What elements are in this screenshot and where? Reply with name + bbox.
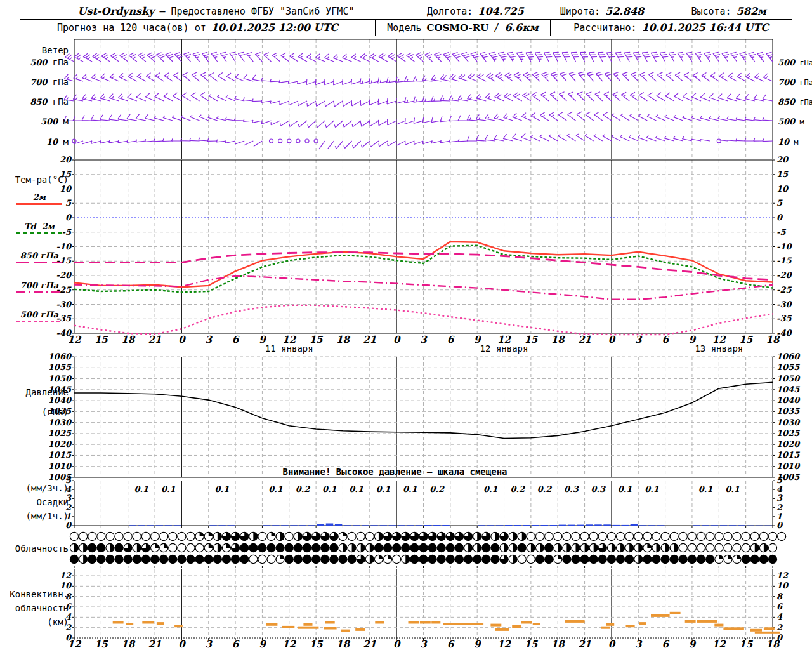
- svg-text:1045: 1045: [776, 385, 800, 394]
- svg-text:0.1: 0.1: [322, 484, 337, 494]
- precip-bar: [693, 525, 700, 526]
- precip-bar: [541, 525, 549, 526]
- svg-text:12: 12: [60, 571, 72, 580]
- svg-text:15: 15: [776, 169, 789, 179]
- svg-text:12: 12: [497, 639, 511, 650]
- convective-bar: [521, 621, 532, 624]
- svg-text:1040: 1040: [776, 395, 801, 405]
- convective-bar: [355, 628, 365, 631]
- convective-bar: [303, 623, 312, 626]
- convective-bar: [341, 630, 350, 632]
- svg-text:1055: 1055: [48, 362, 72, 372]
- precip-bar: [603, 524, 611, 526]
- svg-text:0: 0: [608, 639, 616, 650]
- precip-label-3h: (мм/3ч.): [0, 483, 69, 493]
- svg-text:21: 21: [363, 334, 376, 345]
- svg-text:0.1: 0.1: [725, 484, 740, 494]
- svg-text:1035: 1035: [776, 406, 800, 416]
- convective-bar: [755, 632, 780, 634]
- svg-text:12: 12: [68, 334, 82, 345]
- precip-bar: [738, 525, 745, 526]
- precip-bar: [398, 525, 405, 526]
- svg-text:0: 0: [776, 213, 783, 222]
- convective-bar: [409, 621, 419, 624]
- precip-bar: [442, 525, 450, 526]
- convective-bar: [431, 621, 440, 624]
- precip-bar: [514, 525, 521, 526]
- svg-text:3: 3: [420, 639, 428, 650]
- svg-text:3: 3: [635, 334, 643, 345]
- precip-bar: [577, 525, 584, 526]
- pressure-panel-plot: 1060106010551055105010501045104510401040…: [48, 352, 801, 482]
- convective-bar: [606, 623, 615, 626]
- precip-label-1h: (мм/1ч.): [0, 511, 69, 521]
- convective-bar: [601, 627, 610, 629]
- svg-text:18: 18: [766, 639, 780, 650]
- precip-bar: [362, 525, 369, 526]
- svg-text:5: 5: [65, 198, 72, 208]
- svg-text:21: 21: [148, 639, 162, 650]
- svg-text:12: 12: [282, 639, 296, 650]
- svg-text:10: 10: [776, 581, 789, 590]
- svg-text:1010: 1010: [776, 461, 801, 471]
- wind-row-label-10m-left: 10 м: [0, 136, 69, 147]
- svg-text:3: 3: [420, 334, 428, 345]
- svg-text:1010: 1010: [48, 461, 72, 471]
- precip-bar: [505, 525, 513, 526]
- pressure-panel-label-2: (гПа): [0, 407, 69, 417]
- svg-text:3: 3: [206, 639, 213, 650]
- svg-text:0: 0: [393, 334, 401, 345]
- precip-bar: [353, 525, 360, 526]
- precip-bar: [335, 524, 343, 526]
- svg-text:0.1: 0.1: [134, 484, 149, 494]
- convective-bar: [750, 629, 762, 632]
- legend-t850-label: 850 гПа: [15, 251, 63, 260]
- svg-text:-10: -10: [776, 242, 792, 251]
- wind-row-label-10m-right: 10 м: [778, 137, 799, 147]
- precip-bar: [308, 525, 316, 526]
- svg-text:1060: 1060: [776, 352, 801, 361]
- high-pressure-warning: Внимание! Высокое давление — шкала смеще…: [247, 467, 542, 477]
- svg-text:3: 3: [776, 493, 783, 503]
- precipitation-panel-plot: 0011223344550.10.10.10.10.20.10.10.10.10…: [65, 475, 783, 530]
- precip-bar: [416, 525, 423, 526]
- svg-text:3: 3: [635, 639, 643, 650]
- precip-bar: [586, 524, 593, 526]
- convective-bar: [325, 621, 335, 624]
- svg-text:18: 18: [766, 334, 780, 345]
- svg-text:6: 6: [662, 334, 669, 345]
- wind-row-label-500hpa-right: 500 гПа: [778, 58, 812, 67]
- svg-text:0.2: 0.2: [429, 484, 445, 494]
- precip-bar: [299, 525, 306, 526]
- precip-bar: [487, 525, 495, 526]
- svg-text:0: 0: [65, 213, 72, 222]
- legend-td2m-line: [16, 232, 62, 234]
- convective-bar: [157, 622, 164, 625]
- precip-bar: [326, 524, 334, 526]
- svg-text:0.2: 0.2: [510, 484, 525, 494]
- wind-row-label-500m-left: 500 м: [0, 116, 69, 126]
- svg-text:0: 0: [393, 639, 401, 650]
- svg-text:13 января: 13 января: [695, 343, 743, 354]
- wind-row-label-500hpa-left: 500 гПа: [0, 57, 69, 67]
- precip-bar: [272, 525, 280, 526]
- meteogram-page: Ust-Ordynsky — Предоставлено ФГБУ "ЗапСи…: [0, 0, 812, 650]
- svg-text:12: 12: [68, 639, 82, 650]
- svg-text:10: 10: [776, 184, 789, 194]
- wind-row-label-500m-right: 500 м: [778, 117, 804, 126]
- svg-text:0: 0: [178, 334, 186, 345]
- svg-text:15: 15: [95, 334, 108, 345]
- precip-bar: [568, 525, 575, 526]
- pressure-panel-label-1: Давление: [0, 387, 69, 397]
- svg-text:1030: 1030: [48, 418, 72, 427]
- precip-bar: [407, 525, 414, 526]
- svg-text:6: 6: [447, 334, 455, 345]
- precip-bar: [720, 525, 728, 526]
- svg-text:0.1: 0.1: [403, 484, 417, 494]
- svg-text:9: 9: [474, 639, 481, 650]
- legend-t850-line: [16, 262, 62, 263]
- precip-bar: [218, 525, 226, 526]
- precip-bar: [523, 525, 530, 526]
- precip-bar: [559, 525, 566, 526]
- wind-row-label-850hpa-right: 850 гПа: [778, 97, 812, 107]
